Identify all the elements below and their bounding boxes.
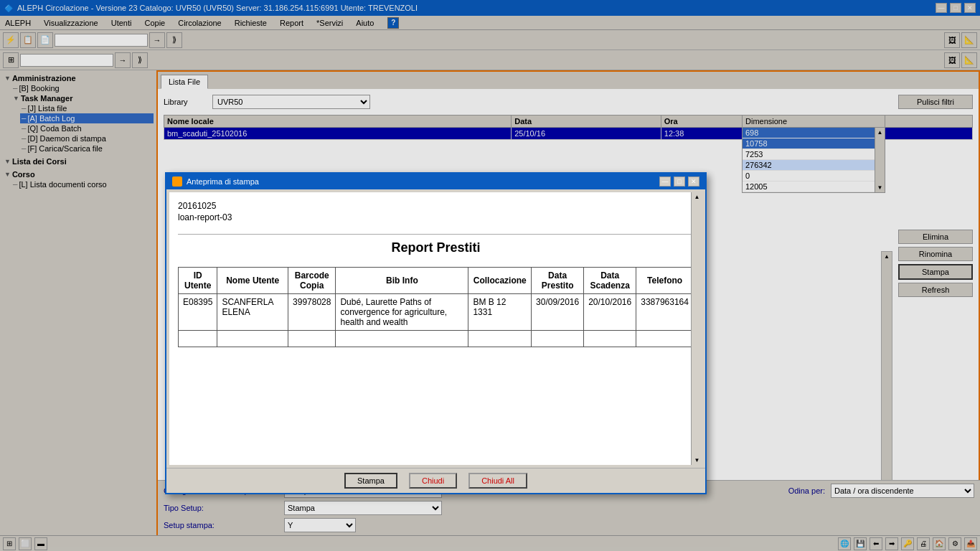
dialog-title: Anteprima di stampa [187, 177, 259, 186]
rth-id-utente: IDUtente [179, 268, 217, 294]
dialog-app-icon [172, 176, 182, 187]
cell-data-prestito: 30/09/2016 [532, 294, 584, 331]
cell-bib-info: Dubé, Laurette Paths of convergence for … [336, 294, 468, 331]
report-empty-row [179, 331, 694, 347]
report-row: E08395 SCANFERLA ELENA 39978028 Dubé, La… [179, 294, 694, 331]
rth-collocazione: Collocazione [468, 268, 532, 294]
report-table: IDUtente Nome Utente BarcodeCopia Bib In… [178, 267, 694, 347]
rth-barcode: BarcodeCopia [288, 268, 336, 294]
dialog-stampa-button[interactable]: Stampa [344, 473, 397, 489]
dialog-scrollbar[interactable]: ▲ ▼ [691, 192, 702, 465]
dialog-footer: Stampa Chiudi Chiudi All [166, 468, 705, 493]
dialog-minimize[interactable]: — [659, 176, 671, 187]
report-name: loan-report-03 [178, 212, 694, 222]
rth-telefono: Telefono [636, 268, 694, 294]
dialog-close[interactable]: ✕ [688, 176, 699, 187]
dialog-chiudi-button[interactable]: Chiudi [409, 473, 457, 489]
report-title: Report Prestiti [178, 240, 694, 255]
cell-barcode: 39978028 [288, 294, 336, 331]
rth-nome-utente: Nome Utente [217, 268, 288, 294]
cell-collocazione: BM B 12 1331 [468, 294, 532, 331]
modal-overlay: Anteprima di stampa — □ ✕ ▲ ▼ 20161025 l… [0, 0, 980, 551]
print-preview-dialog: Anteprima di stampa — □ ✕ ▲ ▼ 20161025 l… [165, 172, 707, 494]
dialog-maximize[interactable]: □ [674, 176, 685, 187]
cell-id-utente: E08395 [179, 294, 217, 331]
dialog-scroll-up[interactable]: ▲ [693, 192, 702, 202]
cell-telefono: 3387963164 [636, 294, 694, 331]
report-date: 20161025 [178, 201, 694, 211]
cell-data-scadenza: 20/10/2016 [584, 294, 636, 331]
dialog-chiudi-all-button[interactable]: Chiudi All [468, 473, 527, 489]
rth-data-prestito: DataPrestito [532, 268, 584, 294]
rth-bib-info: Bib Info [336, 268, 468, 294]
dialog-title-bar: Anteprima di stampa — □ ✕ [166, 174, 705, 189]
rth-data-scadenza: DataScadenza [584, 268, 636, 294]
dialog-scroll-down[interactable]: ▼ [693, 456, 702, 465]
dialog-content: ▲ ▼ 20161025 loan-report-03 Report Prest… [169, 192, 702, 465]
report-divider [178, 234, 694, 235]
cell-nome-utente: SCANFERLA ELENA [217, 294, 288, 331]
